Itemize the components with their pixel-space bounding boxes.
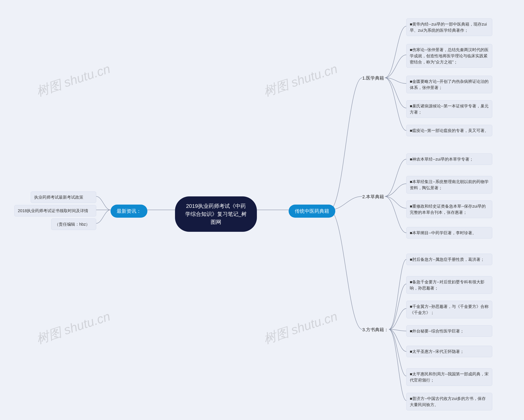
leaf-medical-4[interactable]: ■瘟疫论--第一部论瘟疫的专著，吴又可著。 [406, 125, 492, 136]
leaf-fangshu-4[interactable]: ■太平圣惠方--宋代王怀隐著； [406, 346, 492, 357]
watermark: 树图 shutu.cn [34, 308, 112, 348]
branch-left[interactable]: 最新资讯： [111, 205, 147, 218]
watermark: 树图 shutu.cn [34, 60, 112, 100]
left-leaf-0[interactable]: 执业药师考试最新考试政策 [31, 191, 96, 203]
leaf-bencao-1[interactable]: ■本草经集注--系统整理南北朝以前的药物学资料，陶弘景著； [406, 176, 492, 194]
branch-right[interactable]: 传统中医药典籍 [288, 205, 335, 218]
sub-fangshu[interactable]: 3.方书典籍： [362, 326, 388, 333]
leaf-fangshu-2[interactable]: ■千金翼方--孙思邈著，与《千金要方》合称《千金方》； [406, 301, 492, 318]
leaf-bencao-2[interactable]: ■重修政和经史证类备急本草--保存zui早的完整的本草合刊本，张存惠著； [406, 200, 492, 218]
left-leaf-1[interactable]: 2018执业药师考试证书领取时间及详情 [14, 205, 96, 216]
leaf-medical-3[interactable]: ■巢氏诸病源候论--第一本证候学专著，巢元方著； [406, 100, 492, 118]
leaf-fangshu-6[interactable]: ■普济方--中国古代收方zui多的方书，保存大量民间验方。 [406, 393, 492, 410]
leaf-fangshu-3[interactable]: ■外台秘要--综合性医学巨著； [406, 325, 492, 337]
leaf-fangshu-5[interactable]: ■太平惠民和剂局方--我国第一部成药典，宋代官府颁行； [406, 368, 492, 386]
left-leaf-2[interactable]: （责任编辑：hbz） [51, 218, 96, 230]
root-node[interactable]: 2019执业药师考试《中药学综合知识》复习笔记_树图网 [175, 196, 257, 232]
leaf-medical-1[interactable]: ■伤寒论--张仲景著，总结先秦两汉时代的医学成就，创造性地将医学理论与临床实践紧… [406, 44, 492, 68]
watermark: 树图 shutu.cn [261, 308, 340, 348]
leaf-bencao-3[interactable]: ■本草纲目--中药学巨著，李时珍著。 [406, 227, 492, 239]
leaf-medical-2[interactable]: ■金匮要略方论--开创了内伤杂病辨证论治的体系，张仲景著； [406, 76, 492, 93]
leaf-fangshu-0[interactable]: ■肘后备急方--属急症手册性质，葛洪著； [406, 254, 492, 265]
leaf-bencao-0[interactable]: ■神农本草经--zui早的本草学专著； [406, 154, 492, 165]
leaf-medical-0[interactable]: ■黄帝内经--zui早的一部中医典籍，现存zui早、zui为系统的医学经典著作； [406, 18, 492, 36]
watermark: 树图 shutu.cn [261, 60, 340, 100]
sub-medical[interactable]: 1.医学典籍 [362, 75, 384, 81]
sub-bencao[interactable]: 2.本草典籍 [362, 193, 384, 200]
leaf-fangshu-1[interactable]: ■备急千金要方--对后世妇婴专科有很大影响，孙思邈著； [406, 276, 492, 294]
